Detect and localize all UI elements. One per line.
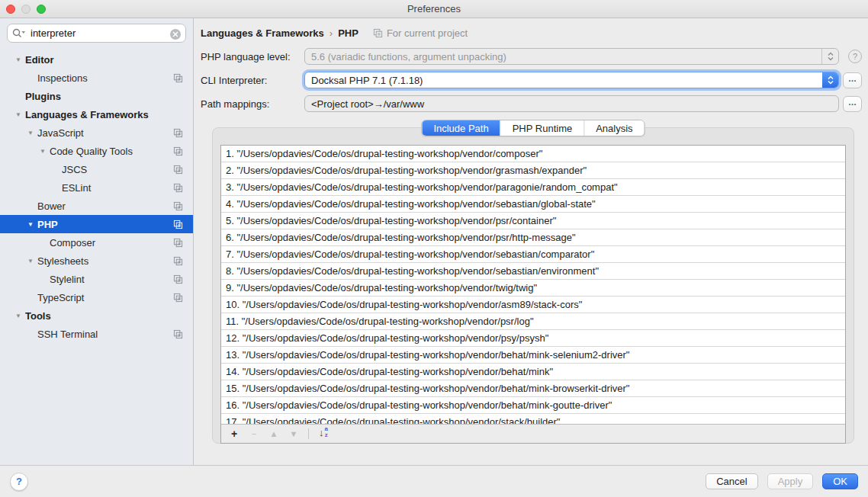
cli-interpreter-row: CLI Interpreter: Docksal PHP 7.1 (7.1.18… (194, 72, 868, 88)
chevron-down-icon[interactable]: ▼ (11, 313, 25, 319)
tab-analysis[interactable]: Analysis (583, 120, 644, 136)
php-settings-form: PHP language level: 5.6 (variadic functi… (194, 48, 868, 112)
tab-php-runtime[interactable]: PHP Runtime (500, 120, 584, 136)
include-path-row[interactable]: 8. "/Users/opdavies/Code/os/drupal-testi… (221, 263, 845, 280)
sidebar-item-stylelint[interactable]: ▼ Stylelint (0, 270, 193, 288)
sidebar-item-ssh-terminal[interactable]: ▼ SSH Terminal (0, 325, 193, 343)
tab-bar: Include Path PHP Runtime Analysis (421, 120, 645, 136)
settings-content: Languages & Frameworks › PHP For current… (194, 18, 868, 465)
per-project-settings-icon (173, 274, 183, 284)
include-path-text: 13. "/Users/opdavies/Code/os/drupal-test… (226, 349, 629, 361)
cli-interpreter-browse-button[interactable]: … (843, 72, 862, 88)
stepper-icon[interactable] (822, 72, 838, 88)
per-project-settings-icon (173, 73, 183, 83)
language-level-row: PHP language level: 5.6 (variadic functi… (194, 48, 868, 65)
include-path-row[interactable]: 10. "/Users/opdavies/Code/os/drupal-test… (221, 297, 845, 313)
sidebar-item-typescript[interactable]: ▼ TypeScript (0, 288, 193, 306)
include-path-row[interactable]: 12. "/Users/opdavies/Code/os/drupal-test… (221, 330, 845, 347)
chevron-down-icon[interactable]: ▼ (24, 221, 37, 228)
sidebar-item-composer[interactable]: ▼ Composer (0, 233, 193, 252)
include-path-row[interactable]: 5. "/Users/opdavies/Code/os/drupal-testi… (221, 213, 845, 229)
include-path-row[interactable]: 3. "/Users/opdavies/Code/os/drupal-testi… (221, 179, 845, 196)
include-path-row[interactable]: 2. "/Users/opdavies/Code/os/drupal-testi… (221, 162, 845, 179)
title-bar: Preferences (0, 0, 868, 18)
sort-alphabetically-icon[interactable]: ↓ a z (315, 426, 332, 441)
per-project-settings-icon (173, 146, 183, 156)
include-path-text: 11. "/Users/opdavies/Code/os/drupal-test… (226, 316, 534, 327)
sidebar-item-tools[interactable]: ▼ Tools (0, 306, 193, 325)
chevron-down-icon[interactable]: ▼ (36, 148, 50, 155)
include-path-text: 17. "/Users/opdavies/Code/os/drupal-test… (226, 416, 560, 424)
help-button[interactable]: ? (10, 473, 28, 491)
zoom-window-button[interactable] (37, 5, 46, 14)
per-project-settings-icon (173, 165, 183, 175)
clear-search-icon[interactable] (170, 29, 181, 40)
move-up-button[interactable]: ▲ (265, 426, 282, 441)
include-path-row[interactable]: 4. "/Users/opdavies/Code/os/drupal-testi… (221, 196, 845, 213)
window-title: Preferences (407, 3, 461, 14)
sidebar-item-php[interactable]: ▼ PHP (0, 215, 193, 233)
per-project-settings-icon (173, 183, 183, 193)
include-path-text: 16. "/Users/opdavies/Code/os/drupal-test… (226, 399, 612, 411)
path-mappings-browse-button[interactable]: … (843, 96, 862, 112)
sidebar-item-jscs[interactable]: ▼ JSCS (0, 160, 193, 178)
sidebar-item-label: JavaScript (37, 127, 173, 139)
apply-button[interactable]: Apply (767, 473, 814, 489)
language-level-label: PHP language level: (201, 51, 304, 63)
path-mappings-field[interactable]: <Project root>→/var/www (304, 95, 839, 112)
move-down-button[interactable]: ▼ (285, 426, 302, 441)
per-project-settings-icon (173, 293, 183, 303)
sidebar-item-label: PHP (37, 219, 173, 230)
minimize-window-button[interactable] (21, 5, 31, 14)
include-path-row[interactable]: 14. "/Users/opdavies/Code/os/drupal-test… (221, 364, 845, 380)
sidebar-item-code-quality-tools[interactable]: ▼ Code Quality Tools (0, 142, 193, 160)
sidebar-item-javascript[interactable]: ▼ JavaScript (0, 123, 193, 142)
sidebar-item-bower[interactable]: ▼ Bower (0, 197, 193, 215)
search-input[interactable] (7, 24, 186, 43)
include-path-text: 4. "/Users/opdavies/Code/os/drupal-testi… (226, 198, 596, 210)
per-project-settings-icon (173, 256, 183, 266)
include-path-row[interactable]: 15. "/Users/opdavies/Code/os/drupal-test… (221, 380, 845, 397)
sidebar-item-editor[interactable]: ▼ Editor (0, 50, 193, 69)
sidebar-item-label: ESLint (62, 182, 173, 194)
chevron-down-icon[interactable]: ▼ (24, 258, 37, 265)
include-path-row[interactable]: 13. "/Users/opdavies/Code/os/drupal-test… (221, 347, 845, 364)
cli-interpreter-label: CLI Interpreter: (201, 75, 304, 86)
include-path-row[interactable]: 7. "/Users/opdavies/Code/os/drupal-testi… (221, 246, 845, 263)
sidebar-item-label: Composer (50, 237, 173, 248)
sidebar-item-plugins[interactable]: ▼ Plugins (0, 87, 193, 105)
include-path-row[interactable]: 9. "/Users/opdavies/Code/os/drupal-testi… (221, 280, 845, 297)
breadcrumb-separator-icon: › (330, 27, 333, 39)
language-level-value: 5.6 (variadic functions, argument unpack… (305, 51, 821, 63)
sidebar-item-label: Stylesheets (37, 255, 173, 267)
sidebar-item-label: Bower (37, 200, 173, 212)
include-path-row[interactable]: 1. "/Users/opdavies/Code/os/drupal-testi… (221, 146, 845, 162)
chevron-down-icon[interactable]: ▼ (11, 111, 25, 118)
language-level-select[interactable]: 5.6 (variadic functions, argument unpack… (304, 48, 839, 65)
breadcrumb-parent[interactable]: Languages & Frameworks (201, 27, 324, 39)
cli-interpreter-select[interactable]: Docksal PHP 7.1 (7.1.18) (304, 72, 839, 88)
chevron-down-icon[interactable]: ▼ (11, 56, 25, 63)
include-path-row[interactable]: 16. "/Users/opdavies/Code/os/drupal-test… (221, 397, 845, 414)
sidebar-item-languages-frameworks[interactable]: ▼ Languages & Frameworks (0, 105, 193, 123)
include-path-row[interactable]: 11. "/Users/opdavies/Code/os/drupal-test… (221, 313, 845, 330)
ok-button[interactable]: OK (822, 473, 858, 489)
tab-include-path[interactable]: Include Path (422, 120, 500, 136)
sidebar-item-label: Editor (25, 54, 173, 66)
include-path-text: 8. "/Users/opdavies/Code/os/drupal-testi… (226, 265, 599, 277)
language-level-help-icon[interactable]: ? (848, 50, 862, 63)
include-path-text: 5. "/Users/opdavies/Code/os/drupal-testi… (226, 215, 556, 226)
remove-path-button[interactable]: − (246, 426, 262, 441)
include-path-text: 6. "/Users/opdavies/Code/os/drupal-testi… (226, 232, 576, 243)
sidebar-item-eslint[interactable]: ▼ ESLint (0, 178, 193, 197)
per-project-settings-icon (173, 220, 183, 229)
cancel-button[interactable]: Cancel (706, 473, 757, 489)
sidebar-item-inspections[interactable]: ▼ Inspections (0, 69, 193, 87)
chevron-down-icon[interactable]: ▼ (24, 130, 37, 136)
close-window-button[interactable] (6, 5, 15, 14)
stepper-icon (821, 49, 838, 64)
add-path-button[interactable]: + (226, 426, 243, 441)
include-path-row[interactable]: 17. "/Users/opdavies/Code/os/drupal-test… (221, 414, 845, 424)
include-path-row[interactable]: 6. "/Users/opdavies/Code/os/drupal-testi… (221, 229, 845, 246)
sidebar-item-stylesheets[interactable]: ▼ Stylesheets (0, 252, 193, 270)
